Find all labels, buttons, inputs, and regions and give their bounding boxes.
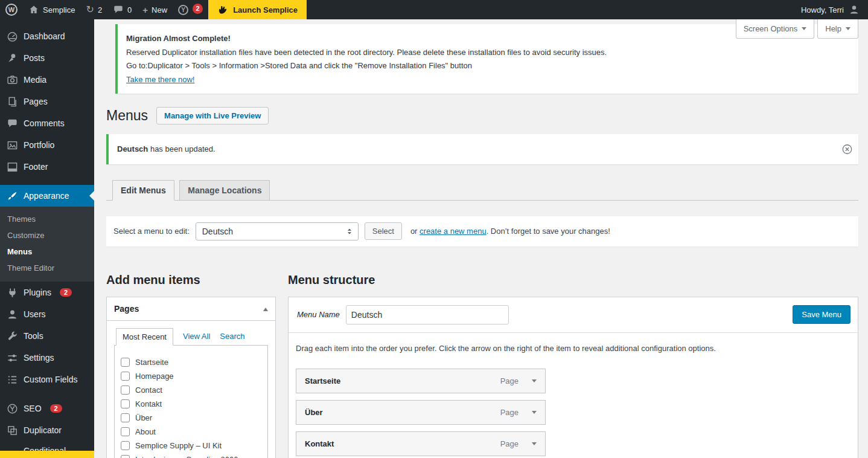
page-header: Menus Manage with Live Preview bbox=[106, 107, 858, 124]
sidebar-label: Appearance bbox=[24, 191, 69, 201]
sidebar-label: Plugins bbox=[24, 288, 51, 297]
sidebar-label: Footer bbox=[24, 162, 48, 172]
page-checkbox[interactable] bbox=[121, 455, 130, 458]
menu-item-type: Page bbox=[500, 439, 519, 448]
custom-fields-icon bbox=[6, 373, 18, 385]
comments-icon bbox=[6, 117, 18, 129]
sidebar-label: Comments bbox=[24, 118, 65, 128]
screen-options-button[interactable]: Screen Options bbox=[736, 19, 815, 39]
sidebar-item-seo[interactable]: SEO 2 bbox=[0, 398, 94, 419]
menu-select-bar: Select a menu to edit: Deutsch Select or… bbox=[106, 216, 858, 247]
submenu-item-customize[interactable]: Customize bbox=[0, 227, 94, 244]
sidebar-label: Posts bbox=[24, 53, 45, 63]
submenu-item-menus[interactable]: Menus bbox=[0, 244, 94, 260]
sidebar-item-duplicator[interactable]: Duplicator bbox=[0, 419, 94, 441]
page-item-label[interactable]: Semplice Supply – UI Kit bbox=[135, 441, 222, 450]
migration-notice-line1: Reserved Duplicator installation files h… bbox=[126, 47, 850, 59]
page-item-label[interactable]: Homepage bbox=[135, 372, 174, 381]
save-menu-button[interactable]: Save Menu bbox=[793, 305, 850, 324]
appearance-submenu: Themes Customize Menus Theme Editor bbox=[0, 207, 94, 282]
pages-checklist-panel: Startseite Homepage Contact Kontakt Über… bbox=[114, 345, 268, 458]
sidebar-item-custom-fields[interactable]: Custom Fields bbox=[0, 369, 94, 390]
wordpress-admin-screen: W Semplice ↻ 2 0 + New Y 2 bbox=[0, 0, 868, 458]
manage-live-preview-button[interactable]: Manage with Live Preview bbox=[156, 107, 269, 124]
page-item-label[interactable]: Startseite bbox=[135, 358, 168, 367]
submenu-item-theme-editor[interactable]: Theme Editor bbox=[0, 260, 94, 276]
pages-postbox-header[interactable]: Pages bbox=[107, 297, 275, 321]
updates-link[interactable]: ↻ 2 bbox=[80, 0, 107, 19]
page-checkbox[interactable] bbox=[121, 358, 130, 367]
page-checkbox[interactable] bbox=[121, 399, 130, 408]
select-updown-icon bbox=[345, 227, 354, 236]
comments-link[interactable]: 0 bbox=[107, 0, 137, 19]
updated-menu-name: Deutsch bbox=[117, 144, 148, 153]
tab-manage-locations[interactable]: Manage Locations bbox=[179, 180, 270, 200]
posts-icon bbox=[6, 52, 18, 64]
sidebar-item-tools[interactable]: Tools bbox=[0, 325, 94, 347]
menu-select-value: Deutsch bbox=[202, 227, 233, 236]
menu-item-kontakt[interactable]: Kontakt Page bbox=[296, 431, 546, 456]
sidebar-item-pages[interactable]: Pages bbox=[0, 91, 94, 112]
updates-icon: ↻ bbox=[86, 5, 94, 15]
launch-semplice-button[interactable]: Launch Semplice bbox=[208, 0, 307, 19]
new-content-menu[interactable]: + New bbox=[137, 0, 173, 19]
page-item-label[interactable]: Kontakt bbox=[135, 399, 162, 408]
list-item: Contact bbox=[121, 385, 261, 395]
page-item-label[interactable]: About bbox=[135, 427, 156, 436]
sidebar-item-plugins[interactable]: Plugins 2 bbox=[0, 282, 94, 303]
tab-search[interactable]: Search bbox=[220, 332, 244, 341]
screen-meta: Screen Options Help bbox=[736, 19, 858, 39]
page-checkbox[interactable] bbox=[121, 413, 130, 422]
sidebar-item-portfolio[interactable]: Portfolio bbox=[0, 134, 94, 156]
my-account-menu[interactable]: Howdy, Terri bbox=[793, 0, 868, 19]
page-checkbox[interactable] bbox=[121, 427, 130, 436]
page-checkbox[interactable] bbox=[121, 385, 130, 395]
select-menu-button[interactable]: Select bbox=[365, 222, 402, 240]
site-name-link[interactable]: Semplice bbox=[23, 0, 80, 19]
menu-structure-column: Menu structure Menu Name Save Menu Drag … bbox=[288, 273, 858, 458]
chevron-down-icon bbox=[802, 27, 806, 33]
yoast-seo-menu[interactable]: Y 2 bbox=[173, 0, 208, 19]
tab-most-recent[interactable]: Most Recent bbox=[116, 328, 173, 346]
sidebar-item-footer[interactable]: Footer bbox=[0, 156, 94, 178]
chevron-down-icon[interactable] bbox=[532, 411, 537, 416]
page-item-label[interactable]: Contact bbox=[135, 385, 162, 395]
sidebar-item-media[interactable]: Media bbox=[0, 69, 94, 91]
tab-view-all[interactable]: View All bbox=[183, 332, 210, 341]
help-button[interactable]: Help bbox=[817, 19, 858, 39]
create-new-menu-link[interactable]: create a new menu bbox=[420, 227, 487, 236]
tab-edit-menus[interactable]: Edit Menus bbox=[112, 180, 174, 201]
sidebar-item-users[interactable]: Users bbox=[0, 303, 94, 325]
submenu-item-themes[interactable]: Themes bbox=[0, 211, 94, 227]
page-item-label[interactable]: Über bbox=[135, 413, 152, 422]
admin-sidebar: Dashboard Posts Media Pages Comments Por… bbox=[0, 19, 94, 458]
sidebar-item-appearance[interactable]: Appearance bbox=[0, 185, 94, 207]
sidebar-promo-strip bbox=[0, 451, 94, 458]
appearance-icon bbox=[6, 190, 18, 202]
page-checkbox[interactable] bbox=[121, 372, 130, 381]
yoast-notification-badge: 2 bbox=[193, 4, 203, 14]
menu-item-startseite[interactable]: Startseite Page bbox=[296, 369, 546, 393]
menu-name-bar: Menu Name Save Menu bbox=[289, 297, 858, 333]
chevron-down-icon[interactable] bbox=[532, 442, 537, 448]
wordpress-menu[interactable]: W bbox=[0, 0, 23, 19]
page-item-label[interactable]: Introducing — Semplice 2000 bbox=[135, 455, 238, 458]
sidebar-item-comments[interactable]: Comments bbox=[0, 112, 94, 134]
sidebar-label: Custom Fields bbox=[24, 375, 77, 384]
drag-instructions: Drag each item into the order you prefer… bbox=[296, 344, 850, 353]
chevron-down-icon[interactable] bbox=[532, 379, 537, 385]
pages-icon bbox=[6, 95, 18, 108]
sidebar-item-dashboard[interactable]: Dashboard bbox=[0, 25, 94, 47]
menu-item-ueber[interactable]: Über Page bbox=[296, 400, 546, 425]
or-text: or bbox=[410, 227, 420, 236]
tools-icon bbox=[6, 330, 18, 342]
sidebar-item-settings[interactable]: Settings bbox=[0, 347, 94, 369]
dismiss-notice-button[interactable] bbox=[841, 143, 853, 155]
chevron-down-icon bbox=[846, 27, 850, 33]
sidebar-item-posts[interactable]: Posts bbox=[0, 47, 94, 69]
menu-select-label: Select a menu to edit: bbox=[113, 227, 190, 236]
menu-name-input[interactable] bbox=[346, 305, 509, 324]
menu-select-dropdown[interactable]: Deutsch bbox=[196, 222, 359, 240]
page-checkbox[interactable] bbox=[121, 441, 130, 450]
take-me-there-link[interactable]: Take me there now! bbox=[126, 75, 194, 84]
